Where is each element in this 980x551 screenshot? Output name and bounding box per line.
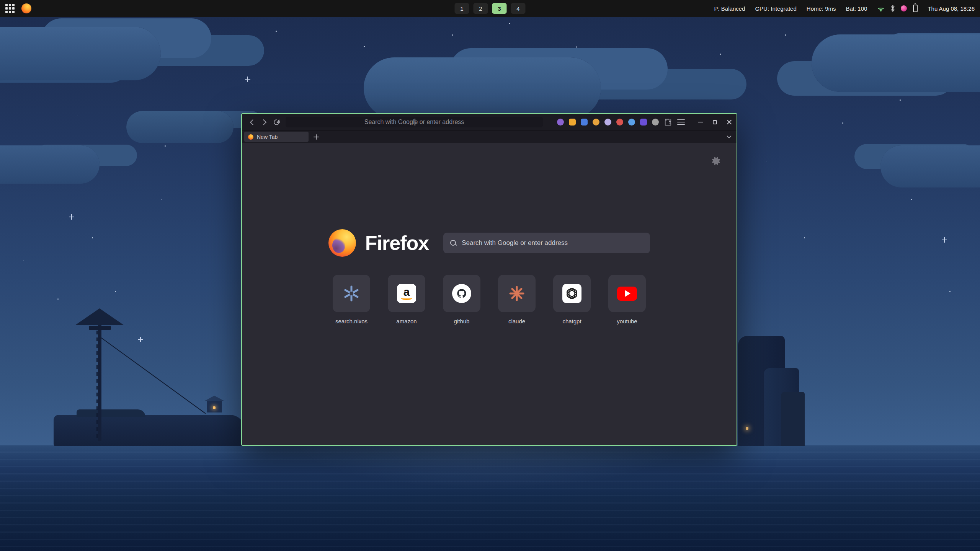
workspace-1[interactable]: 1 xyxy=(455,3,469,14)
power-profile-module: P: Balanced xyxy=(714,5,745,12)
tab-title: New Tab xyxy=(257,134,278,140)
cloud xyxy=(364,57,601,119)
maximize-button[interactable] xyxy=(711,119,718,126)
chevron-down-icon xyxy=(727,134,732,139)
url-bar[interactable]: Search with Google or enter address xyxy=(286,117,543,127)
star-sparkle xyxy=(942,237,947,243)
battery-module: Bat: 100 xyxy=(846,5,867,12)
watchtower-deck xyxy=(89,326,111,330)
text-caret xyxy=(415,119,415,126)
workspace-switcher: 1 2 3 4 xyxy=(455,0,526,17)
shortcut-search-nixos[interactable]: search.nixos xyxy=(333,275,370,324)
extension-icon-8[interactable] xyxy=(640,119,647,126)
minimize-button[interactable] xyxy=(697,119,704,126)
cloud xyxy=(126,111,234,143)
cloud xyxy=(0,145,100,184)
extension-icon-5[interactable] xyxy=(604,119,611,126)
play-icon xyxy=(625,290,630,297)
tile-card[interactable] xyxy=(443,275,480,312)
hut-light xyxy=(213,406,216,409)
extension-icon-7[interactable] xyxy=(628,119,635,126)
new-tab-page: Firefox Search with Google or enter addr… xyxy=(242,143,737,445)
search-placeholder: Search with Google or enter address xyxy=(462,239,568,247)
personalize-gear-icon[interactable] xyxy=(711,156,721,166)
extension-icon-6[interactable] xyxy=(616,119,623,126)
star-sparkle xyxy=(245,77,250,82)
forward-icon xyxy=(260,119,266,125)
new-tab-button[interactable] xyxy=(311,132,322,142)
amazon-letter: a xyxy=(403,287,410,297)
extension-icon-3[interactable] xyxy=(581,119,588,126)
cloud xyxy=(0,27,161,80)
tile-card[interactable] xyxy=(608,275,646,312)
bluetooth-icon[interactable] xyxy=(891,5,895,12)
extensions-puzzle-icon[interactable] xyxy=(664,118,672,126)
list-all-tabs-button[interactable] xyxy=(724,132,734,142)
urlbar-placeholder: Search with Google or enter address xyxy=(364,119,464,126)
extension-icon-4[interactable] xyxy=(593,119,599,126)
statusbar-icons xyxy=(877,5,918,12)
extension-icon-9[interactable] xyxy=(652,119,659,126)
amazon-icon: a xyxy=(397,284,416,303)
forward-button[interactable] xyxy=(258,116,270,128)
newtab-hero: Firefox Search with Google or enter addr… xyxy=(328,229,650,257)
newtab-search-field[interactable]: Search with Google or enter address xyxy=(443,233,650,253)
battery-icon xyxy=(913,5,918,12)
tile-label: youtube xyxy=(617,318,637,324)
navigation-toolbar: Search with Google or enter address xyxy=(242,114,737,130)
star-sparkle xyxy=(574,46,580,51)
tile-card[interactable] xyxy=(333,275,370,312)
workspace-3-active[interactable]: 3 xyxy=(492,3,507,14)
claude-starburst-icon xyxy=(508,285,526,302)
shortcut-github[interactable]: github xyxy=(443,275,480,324)
search-icon xyxy=(450,240,456,246)
tile-label: claude xyxy=(508,318,525,324)
star-sparkle xyxy=(69,214,74,220)
color-indicator-icon[interactable] xyxy=(901,5,907,11)
tile-card[interactable] xyxy=(498,275,536,312)
shortcut-claude[interactable]: claude xyxy=(498,275,536,324)
shortcut-tiles: search.nixos a amazon xyxy=(333,275,646,324)
shortcut-chatgpt[interactable]: chatgpt xyxy=(553,275,591,324)
app-menu-icon[interactable] xyxy=(677,119,685,125)
network-icon[interactable] xyxy=(877,5,885,11)
app-launcher-icon[interactable] xyxy=(5,4,15,13)
nixos-snowflake-icon xyxy=(343,285,360,302)
tile-label: search.nixos xyxy=(335,318,368,324)
close-button[interactable] xyxy=(726,119,733,126)
shortcut-youtube[interactable]: youtube xyxy=(608,275,646,324)
rock-formation xyxy=(781,392,805,446)
tile-card[interactable] xyxy=(553,275,591,312)
reload-icon xyxy=(272,118,280,126)
tab-new-tab[interactable]: New Tab xyxy=(244,132,309,142)
watchtower-pole xyxy=(98,322,101,441)
workspace-2[interactable]: 2 xyxy=(474,3,488,14)
shortcut-amazon[interactable]: a amazon xyxy=(388,275,425,324)
firefox-logo xyxy=(328,229,356,257)
ping-module: Home: 9ms xyxy=(807,5,836,12)
cloud xyxy=(812,34,980,92)
firefox-taskbar-icon[interactable] xyxy=(21,3,31,13)
github-octocat-icon xyxy=(452,284,471,303)
tile-card[interactable]: a xyxy=(388,275,425,312)
gpu-module: GPU: Integrated xyxy=(755,5,796,12)
window-controls xyxy=(697,119,733,126)
extension-icon-1[interactable] xyxy=(557,119,564,126)
watchtower-ladder xyxy=(96,331,98,438)
tab-bar: New Tab xyxy=(242,130,737,143)
tile-label: github xyxy=(454,318,470,324)
statusbar-right: P: Balanced GPU: Integrated Home: 9ms Ba… xyxy=(714,5,975,12)
star-sparkle xyxy=(138,337,143,342)
cloud xyxy=(880,145,980,187)
back-button[interactable] xyxy=(246,116,258,128)
tile-label: amazon xyxy=(396,318,416,324)
clock: Thu Aug 08, 18:26 xyxy=(928,5,975,12)
amazon-smile-icon xyxy=(401,296,412,300)
reload-button[interactable] xyxy=(270,116,283,128)
workspace-4[interactable]: 4 xyxy=(511,3,526,14)
wallpaper-sea xyxy=(0,445,980,551)
youtube-icon xyxy=(617,287,637,301)
firefox-window: Search with Google or enter address xyxy=(241,113,737,446)
status-bar: 1 2 3 4 P: Balanced GPU: Integrated Home… xyxy=(0,0,980,17)
extension-icon-2[interactable] xyxy=(569,119,576,126)
